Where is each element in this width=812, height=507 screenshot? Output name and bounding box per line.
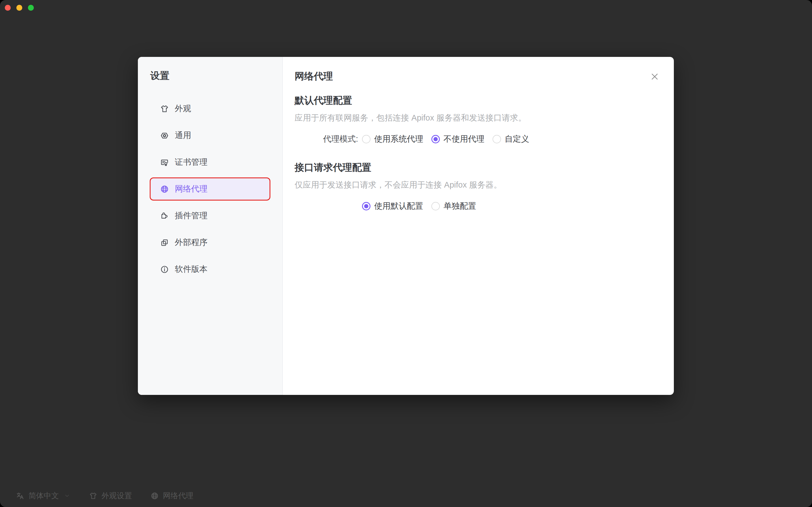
radio-custom-proxy[interactable]: 自定义 — [493, 133, 529, 145]
sidebar-item-label: 插件管理 — [175, 210, 207, 221]
radio-icon — [432, 135, 440, 144]
nut-icon — [160, 131, 169, 140]
close-icon — [650, 72, 659, 81]
section-description: 应用于所有联网服务，包括连接 Apifox 服务器和发送接口请求。 — [295, 112, 660, 123]
globe-icon — [160, 185, 169, 193]
overlap-squares-icon — [160, 238, 169, 247]
settings-dialog: 设置 外观 通用 证书管理 网络代理 — [138, 57, 674, 395]
app-window: 设置 外观 通用 证书管理 网络代理 — [0, 0, 812, 507]
proxy-mode-row: 代理模式: 使用系统代理 不使用代理 自定义 — [295, 133, 660, 145]
zoom-window-button[interactable] — [28, 5, 34, 11]
footer-language-selector[interactable]: 简体中文 — [16, 491, 70, 501]
settings-sidebar: 设置 外观 通用 证书管理 网络代理 — [138, 57, 283, 395]
footer-appearance-label: 外观设置 — [101, 491, 132, 501]
footer-quickbar: 简体中文 外观设置 网络代理 — [16, 491, 193, 501]
footer-appearance-settings[interactable]: 外观设置 — [89, 491, 132, 501]
info-circle-icon — [160, 265, 169, 274]
section-description: 仅应用于发送接口请求，不会应用于连接 Apifox 服务器。 — [295, 179, 660, 190]
radio-separate-config[interactable]: 单独配置 — [432, 201, 476, 212]
sidebar-item-general[interactable]: 通用 — [151, 125, 269, 146]
sidebar-item-plugins[interactable]: 插件管理 — [151, 205, 269, 226]
sidebar-item-label: 通用 — [175, 130, 191, 141]
globe-icon — [151, 492, 159, 500]
sidebar-item-label: 外部程序 — [175, 237, 207, 248]
sidebar-item-label: 软件版本 — [175, 264, 207, 275]
tshirt-icon — [160, 105, 169, 113]
radio-icon — [362, 202, 370, 210]
proxy-mode-radio-group: 使用系统代理 不使用代理 自定义 — [362, 133, 529, 145]
request-proxy-row: 使用默认配置 单独配置 — [295, 200, 660, 212]
section-title: 默认代理配置 — [295, 94, 660, 107]
settings-title: 设置 — [150, 69, 269, 82]
sidebar-item-network-proxy[interactable]: 网络代理 — [151, 178, 269, 200]
certificate-icon — [160, 158, 169, 167]
radio-icon — [493, 135, 501, 144]
section-title: 接口请求代理配置 — [295, 161, 660, 174]
footer-proxy-label: 网络代理 — [163, 491, 193, 501]
radio-use-system-proxy[interactable]: 使用系统代理 — [362, 133, 423, 145]
chevron-down-icon — [64, 492, 70, 499]
sidebar-item-label: 外观 — [175, 103, 191, 114]
translate-icon — [16, 492, 24, 500]
minimize-window-button[interactable] — [16, 5, 22, 11]
footer-language-label: 简体中文 — [29, 491, 59, 501]
radio-icon — [432, 202, 440, 210]
settings-content: 网络代理 默认代理配置 应用于所有联网服务，包括连接 Apifox 服务器和发送… — [283, 57, 674, 395]
page-title: 网络代理 — [295, 69, 660, 83]
sidebar-item-certificates[interactable]: 证书管理 — [151, 152, 269, 173]
sidebar-item-label: 证书管理 — [175, 157, 207, 168]
puzzle-icon — [160, 212, 169, 220]
default-proxy-section: 默认代理配置 应用于所有联网服务，包括连接 Apifox 服务器和发送接口请求。… — [295, 94, 660, 145]
sidebar-item-label: 网络代理 — [175, 183, 207, 194]
window-controls — [5, 5, 34, 11]
radio-icon — [362, 135, 370, 144]
tshirt-icon — [89, 492, 97, 500]
sidebar-item-external-programs[interactable]: 外部程序 — [151, 232, 269, 253]
settings-nav: 外观 通用 证书管理 网络代理 插件管理 — [151, 98, 269, 280]
sidebar-item-appearance[interactable]: 外观 — [151, 98, 269, 119]
radio-no-proxy[interactable]: 不使用代理 — [432, 133, 485, 145]
request-proxy-radio-group: 使用默认配置 单独配置 — [362, 201, 476, 212]
radio-use-default-config[interactable]: 使用默认配置 — [362, 201, 423, 212]
close-window-button[interactable] — [5, 5, 11, 11]
sidebar-item-software-version[interactable]: 软件版本 — [151, 259, 269, 280]
proxy-mode-label: 代理模式: — [295, 133, 358, 145]
close-dialog-button[interactable] — [649, 71, 660, 82]
footer-network-proxy[interactable]: 网络代理 — [151, 491, 193, 501]
request-proxy-section: 接口请求代理配置 仅应用于发送接口请求，不会应用于连接 Apifox 服务器。 … — [295, 161, 660, 212]
